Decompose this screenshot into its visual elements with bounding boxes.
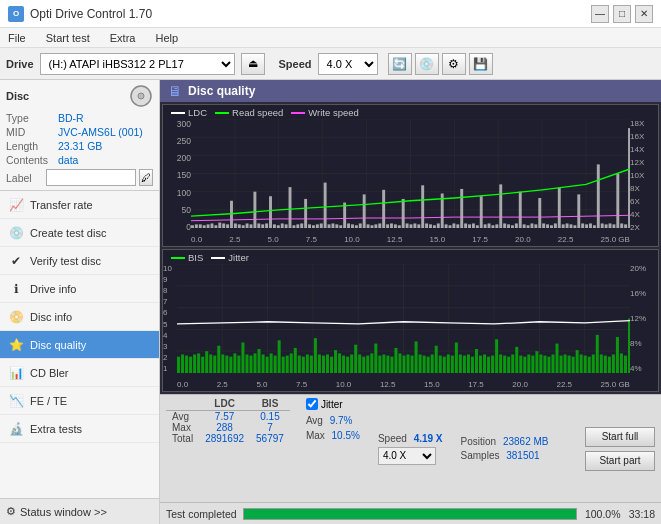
svg-rect-93 bbox=[484, 224, 487, 228]
svg-rect-177 bbox=[302, 357, 305, 373]
stats-container: LDC BIS Avg 7.57 0.15 Max 288 bbox=[160, 394, 661, 502]
svg-rect-181 bbox=[318, 354, 321, 373]
svg-rect-215 bbox=[455, 342, 458, 373]
maximize-button[interactable]: □ bbox=[613, 5, 631, 23]
svg-rect-213 bbox=[447, 354, 450, 373]
action-buttons: Start full Start part bbox=[585, 398, 655, 499]
jitter-checkbox-area: Jitter bbox=[306, 398, 360, 410]
sidebar-item-extra-tests[interactable]: 🔬 Extra tests bbox=[0, 415, 159, 443]
svg-rect-210 bbox=[435, 346, 438, 373]
position-section: Position 23862 MB Samples 381501 bbox=[461, 398, 549, 499]
svg-rect-170 bbox=[274, 356, 277, 373]
svg-rect-187 bbox=[342, 356, 345, 373]
mid-value: JVC-AMS6L (001) bbox=[58, 126, 143, 138]
start-part-button[interactable]: Start part bbox=[585, 451, 655, 471]
svg-rect-72 bbox=[402, 199, 405, 228]
col-empty bbox=[166, 398, 199, 411]
svg-rect-237 bbox=[543, 356, 546, 373]
verify-test-disc-icon: ✔ bbox=[8, 253, 24, 269]
speed-select-control[interactable]: 4.0 X bbox=[378, 447, 436, 465]
svg-rect-78 bbox=[425, 223, 428, 228]
speed-select[interactable]: 4.0 X bbox=[318, 53, 378, 75]
svg-rect-46 bbox=[300, 223, 303, 228]
refresh-button[interactable]: 🔄 bbox=[388, 53, 412, 75]
avg-ldc: 7.57 bbox=[199, 411, 250, 423]
menu-file[interactable]: File bbox=[4, 30, 30, 46]
disc-label-input[interactable] bbox=[46, 169, 136, 186]
drive-select[interactable]: (H:) ATAPI iHBS312 2 PL17 bbox=[40, 53, 235, 75]
sidebar-item-disc-info[interactable]: 📀 Disc info bbox=[0, 303, 159, 331]
write-speed-legend-color bbox=[291, 112, 305, 114]
disc-quality-header: 🖥 Disc quality bbox=[160, 80, 661, 102]
svg-rect-128 bbox=[620, 223, 623, 228]
svg-rect-169 bbox=[270, 353, 273, 373]
jitter-legend-color bbox=[211, 257, 225, 259]
svg-rect-203 bbox=[407, 354, 410, 373]
avg-label: Avg bbox=[166, 411, 199, 423]
svg-rect-200 bbox=[394, 348, 397, 373]
sidebar-item-fe-te[interactable]: 📉 FE / TE bbox=[0, 387, 159, 415]
svg-rect-49 bbox=[312, 225, 315, 228]
svg-rect-176 bbox=[298, 356, 301, 373]
speed-section: Speed 4.19 X 4.0 X bbox=[378, 398, 443, 499]
svg-rect-122 bbox=[597, 164, 600, 228]
nav-items: 📈 Transfer rate 💿 Create test disc ✔ Ver… bbox=[0, 191, 159, 498]
sidebar-item-create-test-disc[interactable]: 💿 Create test disc bbox=[0, 219, 159, 247]
charts-container: LDC Read speed Write speed 300 250 bbox=[160, 102, 661, 394]
status-window-icon: ⚙ bbox=[6, 505, 16, 518]
status-window-button[interactable]: ⚙ Status window >> bbox=[0, 498, 159, 524]
svg-rect-37 bbox=[265, 223, 268, 228]
sidebar-item-drive-info[interactable]: ℹ Drive info bbox=[0, 275, 159, 303]
total-ldc: 2891692 bbox=[199, 433, 250, 444]
menu-start-test[interactable]: Start test bbox=[42, 30, 94, 46]
svg-rect-60 bbox=[355, 225, 358, 228]
svg-rect-65 bbox=[374, 224, 377, 228]
jitter-checkbox[interactable] bbox=[306, 398, 318, 410]
svg-rect-112 bbox=[558, 188, 561, 228]
menu-extra[interactable]: Extra bbox=[106, 30, 140, 46]
disc-button[interactable]: 💿 bbox=[415, 53, 439, 75]
svg-rect-196 bbox=[378, 356, 381, 373]
svg-rect-80 bbox=[433, 225, 436, 228]
save-button[interactable]: 💾 bbox=[469, 53, 493, 75]
disc-label-icon-btn[interactable]: 🖊 bbox=[139, 169, 153, 186]
chart1: LDC Read speed Write speed 300 250 bbox=[162, 104, 659, 247]
menu-help[interactable]: Help bbox=[151, 30, 182, 46]
svg-rect-96 bbox=[495, 224, 498, 228]
svg-rect-18 bbox=[191, 225, 194, 228]
svg-rect-154 bbox=[209, 354, 212, 373]
jitter-avg-label: Avg bbox=[306, 415, 323, 426]
max-ldc: 288 bbox=[199, 422, 250, 433]
create-test-disc-label: Create test disc bbox=[30, 227, 106, 239]
svg-rect-99 bbox=[507, 224, 510, 228]
disc-mid-row: MID JVC-AMS6L (001) bbox=[6, 126, 153, 138]
start-full-button[interactable]: Start full bbox=[585, 427, 655, 447]
svg-rect-190 bbox=[354, 345, 357, 373]
settings-button[interactable]: ⚙ bbox=[442, 53, 466, 75]
svg-rect-240 bbox=[556, 344, 559, 373]
svg-rect-209 bbox=[431, 354, 434, 373]
svg-rect-115 bbox=[570, 224, 573, 228]
jitter-max-value: 10.5% bbox=[332, 430, 360, 441]
svg-rect-120 bbox=[589, 223, 592, 228]
svg-rect-171 bbox=[278, 340, 281, 373]
svg-rect-118 bbox=[581, 223, 584, 228]
svg-rect-70 bbox=[394, 224, 397, 228]
svg-rect-247 bbox=[584, 356, 587, 373]
svg-rect-254 bbox=[612, 354, 615, 373]
minimize-button[interactable]: — bbox=[591, 5, 609, 23]
sidebar-item-cd-bler[interactable]: 📊 CD Bler bbox=[0, 359, 159, 387]
svg-rect-156 bbox=[217, 346, 220, 373]
svg-rect-25 bbox=[218, 223, 221, 228]
sidebar-item-disc-quality[interactable]: ⭐ Disc quality bbox=[0, 331, 159, 359]
svg-rect-147 bbox=[181, 354, 184, 373]
svg-rect-226 bbox=[499, 354, 502, 373]
svg-rect-175 bbox=[294, 348, 297, 373]
sidebar-item-transfer-rate[interactable]: 📈 Transfer rate bbox=[0, 191, 159, 219]
eject-button[interactable]: ⏏ bbox=[241, 53, 265, 75]
sidebar-item-verify-test-disc[interactable]: ✔ Verify test disc bbox=[0, 247, 159, 275]
close-button[interactable]: ✕ bbox=[635, 5, 653, 23]
svg-rect-79 bbox=[429, 224, 432, 228]
sidebar: Disc Type BD-R MID JVC-AMS6L (001) Lengt… bbox=[0, 80, 160, 524]
svg-rect-47 bbox=[304, 199, 307, 228]
